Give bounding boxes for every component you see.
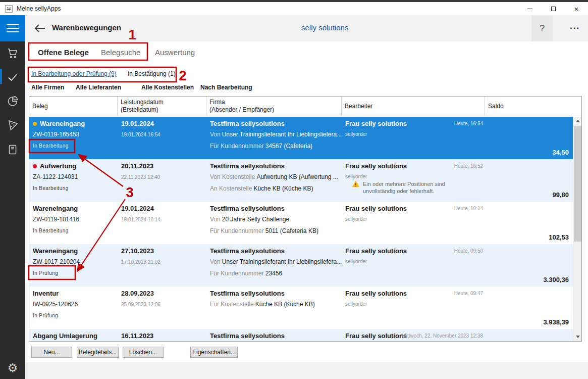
settings-button[interactable]: ⚙ <box>0 358 25 378</box>
cell-beleg: Wareneingang ZW-0119-101416 In Bearbeitu… <box>29 202 118 244</box>
table-row[interactable]: Inventur IW-0925-120626 In Prüfung 28.09… <box>29 287 573 329</box>
menu-button[interactable] <box>0 15 25 41</box>
column-header-saldo: Saldo <box>485 97 573 116</box>
company-name: Testfirma sellysolutions <box>210 332 285 340</box>
edit-timestamp: Heute, 09:47 <box>454 291 483 296</box>
created-date: 19.01.2024 10:14 <box>121 217 161 222</box>
editor-name: Frau selly solutions <box>345 120 407 127</box>
sidebar-item-reports[interactable] <box>0 91 25 111</box>
filter-alle-kostenstellen[interactable]: Alle Kostenstellen <box>141 84 194 91</box>
company-line-value: 34567 (Cafeteria) <box>265 143 312 150</box>
cell-saldo: 3.300,36 <box>485 244 573 287</box>
chevron-down-icon <box>576 336 580 338</box>
back-button[interactable] <box>32 23 47 34</box>
cell-leistungsdatum: 19.01.2024 19.01.2024 16:54 <box>118 117 206 159</box>
company-line: Für Kundennummer5011 (Cafeteria KB) <box>210 227 318 234</box>
sidebar-item-catalog[interactable] <box>0 139 25 160</box>
table-header: Beleg Leistungsdatum(Erstelldatum) Firma… <box>29 97 573 116</box>
company-line: Für KostenstelleKüche KB (Küche KB) <box>210 301 315 308</box>
properties-button[interactable]: Eigenschaften... <box>190 347 238 358</box>
edit-timestamp: Heute, 09:50 <box>454 248 483 254</box>
titlebar: W Meine sellyApps × <box>0 2 588 15</box>
company-name: Testfirma sellysolutions <box>210 290 285 297</box>
back-arrow-icon <box>34 24 45 33</box>
company-line-prefix: Von <box>210 258 221 265</box>
company-line-prefix: Für Kostenstelle <box>210 301 254 308</box>
window-controls: × <box>518 2 588 15</box>
chevron-up-icon <box>576 120 580 122</box>
cell-saldo: 3.938,39 <box>485 287 573 329</box>
status-dot-icon <box>33 122 37 126</box>
column-header-leistungsdatum: Leistungsdatum(Erstelldatum) <box>118 97 206 116</box>
help-button[interactable]: ? <box>531 15 553 41</box>
footer-band <box>25 362 588 379</box>
documents-table: Beleg Leistungsdatum(Erstelldatum) Firma… <box>29 96 582 342</box>
filter-alle-lieferanten[interactable]: Alle Lieferanten <box>76 84 121 91</box>
scrollbar-up-button[interactable] <box>573 117 582 125</box>
more-options-button[interactable]: ··· <box>564 15 586 41</box>
doc-number: ZA-1122-124031 <box>33 173 78 180</box>
cell-firma: Testfirma sellysolutions Für Kostenstell… <box>206 287 342 329</box>
scrollbar-down-button[interactable] <box>573 333 582 341</box>
brand-title: selly solutions <box>301 23 348 32</box>
doc-number: ZW-0119-101416 <box>33 216 79 223</box>
company-line-value: Unser Trainingslieferant Ihr Lieblingsli… <box>222 131 342 138</box>
company-line-prefix: Für Kundennummer <box>210 143 264 150</box>
tab-belegsuche[interactable]: Belegsuche <box>101 48 140 57</box>
service-date: 19.01.2024 <box>121 120 154 127</box>
cell-bearbeiter: Frau selly solutions sellyorder Heute, 0… <box>342 287 485 329</box>
sidebar-item-cart[interactable] <box>0 43 25 63</box>
tab-offene-belege[interactable]: Offene Belege <box>38 48 89 57</box>
document-details-button[interactable]: Belegdetails... <box>77 347 119 358</box>
saldo-value: 3.938,39 <box>543 318 569 326</box>
company-name: Testfirma sellysolutions <box>210 120 285 127</box>
edit-timestamp: Heute, 16:52 <box>454 163 483 169</box>
doc-type: Abgang Umlagerung <box>33 332 97 340</box>
doc-type: Inventur <box>33 290 59 297</box>
filter-link-in-bearbeitung[interactable]: In Bearbeitung oder Prüfung (9) <box>31 70 117 77</box>
filter-link-in-bestaetigung[interactable]: In Bestätigung (1) <box>128 70 176 77</box>
warning-text: Ein oder mehrere Positionen sind unvolls… <box>363 180 456 195</box>
table-row[interactable]: Wareneingang ZW-1017-210204 In Prüfung 2… <box>29 244 573 287</box>
filter-alle-firmen[interactable]: Alle Firmen <box>31 84 64 91</box>
saldo-value: 3.300,36 <box>543 276 569 283</box>
cell-bearbeiter: Frau selly solutions sellyorder Heute, 1… <box>342 202 485 244</box>
editor-subtext: sellyorder <box>345 259 367 264</box>
pizza-icon <box>7 119 19 131</box>
doc-type: Aufwertung <box>40 162 76 170</box>
vertical-scrollbar[interactable] <box>573 117 581 341</box>
filter-nach-bearbeitung[interactable]: Nach Bearbeitung <box>200 84 252 91</box>
close-button[interactable]: × <box>565 2 588 15</box>
cell-saldo: 34,50 <box>485 117 573 159</box>
saldo-value: 99,80 <box>552 191 569 199</box>
table-row[interactable]: Aufwertung ZA-1122-124031 In Bearbeitung… <box>29 159 573 202</box>
pie-chart-icon <box>7 95 19 107</box>
cell-firma: Testfirma sellysolutions Von Kostenstell… <box>206 159 342 202</box>
maximize-icon <box>551 7 556 11</box>
doc-status: In Bearbeitung <box>33 143 69 149</box>
page-title: Warenbewegungen <box>52 23 121 32</box>
delete-button[interactable]: Löschen... <box>123 347 164 358</box>
created-date: 17.10.2023 21:02 <box>121 259 161 265</box>
gear-icon: ⚙ <box>8 361 18 374</box>
cell-saldo: 99,80 <box>485 159 573 202</box>
saldo-value: 102,53 <box>549 233 569 241</box>
cell-leistungsdatum: 28.09.2023 25.09.2023 12:06 <box>118 287 206 329</box>
minimize-button[interactable] <box>518 2 542 15</box>
table-row[interactable]: Wareneingang ZW-0119-165453 In Bearbeitu… <box>29 117 573 159</box>
sidebar-item-tasks[interactable] <box>0 67 25 87</box>
new-button[interactable]: Neu... <box>31 347 72 358</box>
doc-number: ZW-1017-210204 <box>33 258 80 265</box>
sidebar-item-food[interactable] <box>0 115 25 135</box>
table-body: Wareneingang ZW-0119-165453 In Bearbeitu… <box>29 117 573 341</box>
scrollbar-thumb[interactable] <box>574 126 581 242</box>
cell-bearbeiter: Frau selly solutions sellyorder Heute, 1… <box>342 159 485 202</box>
table-row[interactable]: Wareneingang ZW-0119-101416 In Bearbeitu… <box>29 202 573 244</box>
table-row[interactable]: Abgang Umlagerung 16.11.2023 Testfirma s… <box>29 329 573 341</box>
cell-beleg: Wareneingang ZW-1017-210204 In Prüfung <box>29 244 118 287</box>
cell-bearbeiter: Frau selly solutions sellyorder Heute, 1… <box>342 117 485 159</box>
company-line-value: Küche KB (Küche KB) <box>253 185 313 192</box>
tab-auswertung[interactable]: Auswertung <box>155 48 195 57</box>
cart-icon <box>7 47 19 59</box>
maximize-button[interactable] <box>542 2 565 15</box>
